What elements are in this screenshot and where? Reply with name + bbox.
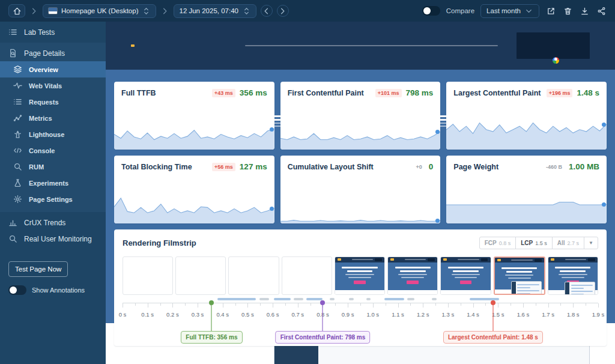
ruler-minor-tick xyxy=(235,303,236,306)
prev-test-button[interactable] xyxy=(261,5,273,17)
sidebar-item-rum[interactable]: RUM xyxy=(0,159,106,175)
filmstrip-frame-9[interactable] xyxy=(548,256,598,295)
list-icon xyxy=(13,97,23,106)
mini-hero xyxy=(548,262,598,290)
sparkline-end-dot xyxy=(602,123,606,127)
sidebar-item-requests[interactable]: Requests xyxy=(0,94,106,110)
metric-value: 1.00 MB xyxy=(569,162,599,171)
sidebar-section: Lab Tests xyxy=(0,22,106,43)
mini-dashboard xyxy=(511,281,542,295)
sidebar-item-label: Lab Tests xyxy=(24,28,55,37)
ruler-tick xyxy=(398,303,399,308)
filmstrip-frame-1[interactable] xyxy=(123,256,173,295)
lighthouse-icon xyxy=(13,130,23,139)
page-selector[interactable]: Homepage UK (Desktop) xyxy=(43,4,156,18)
download-button[interactable] xyxy=(579,5,590,16)
sidebar-item-lab-tests[interactable]: Lab Tests xyxy=(0,24,106,40)
mini-header-button xyxy=(481,258,488,261)
metric-title: First Contentful Paint xyxy=(288,89,375,97)
time-label: 0 s xyxy=(119,311,127,318)
filmstrip-frame-6[interactable] xyxy=(387,256,438,295)
filmstrip-frame-5[interactable] xyxy=(335,256,385,295)
sidebar-item-crux-trends[interactable]: CrUX Trends xyxy=(0,214,106,231)
list-icon xyxy=(8,28,18,37)
metric-sparkline xyxy=(446,112,607,150)
code-icon xyxy=(13,146,23,155)
compare-toggle[interactable] xyxy=(422,6,440,16)
metric-sparkline xyxy=(114,112,274,150)
sidebar-sections: Lab TestsPage DetailsOverviewWeb VitalsR… xyxy=(0,22,106,249)
open-external-button[interactable] xyxy=(545,5,556,16)
magnifier-icon xyxy=(8,234,18,243)
activity-bar xyxy=(259,298,269,300)
sidebar-item-web-vitals[interactable]: Web Vitals xyxy=(0,77,106,94)
mini-hero xyxy=(495,262,544,289)
mini-header-button xyxy=(588,258,595,261)
range-dropdown[interactable]: Last month xyxy=(480,4,539,18)
metric-value: 798 ms xyxy=(406,88,434,97)
mini-cta-button xyxy=(460,281,472,284)
delete-button[interactable] xyxy=(562,5,573,16)
mini-cta-button xyxy=(354,281,366,284)
metric-value: 356 ms xyxy=(240,88,267,97)
time-label: 0.9 s xyxy=(342,311,354,318)
ruler-minor-tick xyxy=(160,303,161,306)
filmstrip-frames xyxy=(123,256,598,295)
marker-dot-full-ttfb xyxy=(209,300,214,305)
ruler-tick xyxy=(523,303,524,308)
filmstrip-frame-2[interactable] xyxy=(175,256,226,295)
metric-delta-badge: +196 ms xyxy=(547,89,573,97)
mini-footer xyxy=(441,290,490,294)
filmstrip-frame-3[interactable] xyxy=(228,256,279,295)
report-row: Page Speed Report www.debugbear.com/ 12 … xyxy=(114,28,607,76)
sidebar-item-label: Real User Monitoring xyxy=(24,235,92,243)
marker-dot-first-contentful-paint xyxy=(320,300,325,305)
timeline-ruler xyxy=(123,303,598,310)
filmstrip-range-fcp[interactable]: FCP0.8 s xyxy=(480,237,517,249)
filmstrip-range-dropdown[interactable]: ▼ xyxy=(584,237,598,249)
sidebar-item-console[interactable]: Console xyxy=(0,142,106,159)
filmstrip-frame-4[interactable] xyxy=(282,256,332,295)
filmstrip-frame-8[interactable] xyxy=(494,256,545,295)
filmstrip-range-all[interactable]: All2.7 s xyxy=(553,237,584,249)
ruler-tick xyxy=(498,303,498,308)
mini-footer xyxy=(388,290,437,294)
segment-value: 2.7 s xyxy=(568,240,580,246)
filmstrip-range-lcp[interactable]: LCP1.5 s xyxy=(516,237,553,249)
annotations-label: Show Annotations xyxy=(32,287,85,294)
sidebar-item-page-settings[interactable]: Page Settings xyxy=(0,191,106,207)
sidebar-gap xyxy=(0,249,106,254)
sidebar-item-real-user-monitoring[interactable]: Real User Monitoring xyxy=(0,231,106,247)
share-button[interactable] xyxy=(596,5,607,16)
time-label: 1.1 s xyxy=(392,311,404,318)
mini-nav xyxy=(352,259,373,260)
ruler-tick xyxy=(473,303,474,308)
activity-bar xyxy=(384,298,404,300)
pulse-icon xyxy=(13,81,23,90)
sidebar-item-label: Web Vitals xyxy=(29,82,62,89)
date-selector[interactable]: 12 Jun 2025, 07:40 xyxy=(174,4,256,18)
mini-logo xyxy=(338,258,341,261)
sidebar-item-experiments[interactable]: Experiments xyxy=(0,175,106,191)
next-test-button[interactable] xyxy=(277,5,289,17)
page-search-icon xyxy=(8,49,18,58)
annotations-toggle[interactable] xyxy=(8,285,26,295)
home-button[interactable] xyxy=(8,4,25,17)
report-card: Page Speed Report www.debugbear.com/ 12 … xyxy=(114,28,539,76)
filmstrip-frame-7[interactable] xyxy=(440,256,491,295)
ruler-tick xyxy=(148,303,148,308)
time-label: 1.2 s xyxy=(417,311,429,318)
sidebar-item-lighthouse[interactable]: Lighthouse xyxy=(0,126,106,142)
segment-label: All xyxy=(557,240,565,246)
metric-header: Page Weight-460 B1.00 MB xyxy=(446,156,607,171)
time-label: 1.7 s xyxy=(542,311,554,318)
activity-bar xyxy=(349,298,354,300)
mini-hero xyxy=(388,262,437,290)
test-page-now-button[interactable]: Test Page Now xyxy=(8,261,68,277)
ruler-tick xyxy=(598,303,599,308)
mini-logo xyxy=(443,258,447,261)
sidebar-item-metrics[interactable]: Metrics xyxy=(0,110,106,126)
sidebar-item-page-details[interactable]: Page Details xyxy=(0,45,106,61)
metric-delta-badge: +56 ms xyxy=(212,163,235,171)
sidebar-item-overview[interactable]: Overview xyxy=(0,61,106,77)
